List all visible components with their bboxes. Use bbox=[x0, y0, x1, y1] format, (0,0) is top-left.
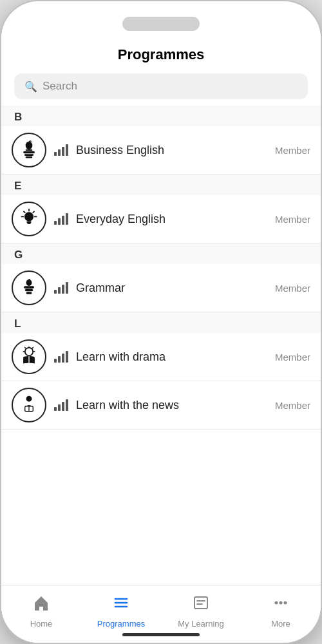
tab-programmes-label: Programmes bbox=[97, 619, 145, 629]
list-item[interactable]: Everyday English Member bbox=[1, 195, 321, 243]
programmes-icon bbox=[112, 594, 130, 616]
svg-point-24 bbox=[26, 396, 32, 402]
search-bar[interactable]: 🔍 Search bbox=[14, 73, 308, 99]
svg-point-33 bbox=[275, 601, 278, 604]
tab-programmes[interactable]: Programmes bbox=[81, 594, 161, 629]
svg-rect-30 bbox=[194, 597, 207, 609]
search-icon: 🔍 bbox=[24, 80, 37, 93]
svg-point-13 bbox=[26, 279, 32, 286]
svg-rect-2 bbox=[23, 151, 35, 154]
item-main-business-english: Business English bbox=[54, 144, 267, 157]
svg-point-5 bbox=[24, 212, 33, 221]
section-header-b: B bbox=[1, 106, 321, 126]
stream-icon bbox=[54, 399, 68, 411]
programmes-list: B bbox=[1, 106, 321, 585]
item-badge: Member bbox=[275, 352, 310, 363]
search-placeholder: Search bbox=[43, 80, 77, 93]
svg-rect-16 bbox=[26, 292, 32, 294]
svg-rect-1 bbox=[26, 149, 33, 151]
item-icon-learn-drama bbox=[12, 339, 46, 374]
stream-icon bbox=[54, 351, 68, 363]
list-item[interactable]: Learn with drama Member bbox=[1, 333, 321, 381]
tab-home-label: Home bbox=[30, 619, 53, 629]
item-main-everyday-english: Everyday English bbox=[54, 213, 267, 226]
item-badge: Member bbox=[275, 145, 310, 156]
item-main-learn-drama: Learn with drama bbox=[54, 350, 267, 364]
item-icon-business-english bbox=[12, 133, 46, 167]
stream-icon bbox=[54, 144, 68, 156]
item-icon-everyday-english bbox=[12, 202, 46, 236]
item-badge: Member bbox=[275, 283, 310, 294]
svg-rect-15 bbox=[25, 289, 33, 292]
tab-more-label: More bbox=[271, 619, 290, 629]
item-name: Business English bbox=[76, 144, 164, 157]
section-header-l: L bbox=[1, 312, 321, 333]
item-main-learn-news: Learn with the news bbox=[54, 399, 267, 412]
stream-icon bbox=[54, 282, 68, 294]
svg-rect-7 bbox=[27, 223, 30, 224]
svg-line-22 bbox=[24, 347, 25, 348]
stream-icon bbox=[54, 213, 68, 225]
svg-point-0 bbox=[26, 142, 33, 149]
svg-point-17 bbox=[25, 348, 33, 355]
svg-line-21 bbox=[32, 347, 33, 348]
home-indicator bbox=[122, 633, 200, 636]
svg-rect-3 bbox=[24, 154, 33, 156]
item-icon-grammar bbox=[12, 270, 46, 305]
svg-point-35 bbox=[284, 601, 287, 604]
svg-rect-4 bbox=[26, 156, 33, 158]
item-name: Learn with drama bbox=[76, 350, 166, 364]
item-icon-learn-news bbox=[12, 388, 46, 422]
svg-point-34 bbox=[279, 601, 283, 604]
svg-line-11 bbox=[33, 211, 34, 213]
section-header-g: G bbox=[1, 243, 321, 264]
tab-learning-label: My Learning bbox=[178, 619, 224, 629]
tab-more[interactable]: More bbox=[241, 594, 321, 629]
item-badge: Member bbox=[275, 400, 310, 411]
svg-rect-14 bbox=[24, 286, 34, 289]
list-item[interactable]: Learn with the news Member bbox=[1, 381, 321, 430]
home-icon bbox=[32, 594, 50, 616]
item-name: Everyday English bbox=[76, 213, 166, 226]
more-icon bbox=[272, 594, 290, 616]
item-main-grammar: Grammar bbox=[54, 281, 267, 295]
list-item[interactable]: Grammar Member bbox=[1, 264, 321, 312]
page-header: Programmes bbox=[1, 40, 321, 70]
learning-icon bbox=[192, 594, 210, 616]
tab-my-learning[interactable]: My Learning bbox=[161, 594, 241, 629]
list-item[interactable]: Business English Member bbox=[1, 126, 321, 175]
svg-line-12 bbox=[24, 211, 25, 213]
section-header-e: E bbox=[1, 175, 321, 195]
page-title: Programmes bbox=[118, 46, 205, 62]
item-badge: Member bbox=[275, 214, 310, 225]
svg-rect-6 bbox=[26, 222, 31, 223]
item-name: Grammar bbox=[76, 281, 125, 295]
item-name: Learn with the news bbox=[76, 399, 179, 412]
tab-home[interactable]: Home bbox=[1, 594, 81, 629]
